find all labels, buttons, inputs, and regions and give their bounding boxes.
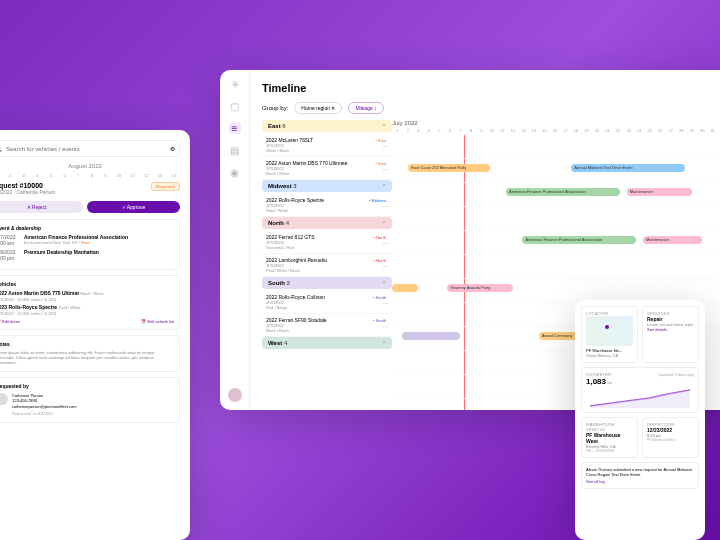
activity-link[interactable]: See all log — [586, 479, 694, 484]
status-badge: Requested — [151, 182, 180, 191]
request-meta: 6/12/2022 · Catherine Parson — [0, 189, 55, 195]
timeline-vehicle-row[interactable]: 2022 Rolls-Royce SpectreJP013502Gold / W… — [262, 194, 392, 217]
chevron-up-icon: ⌃ — [382, 220, 386, 226]
more-icon[interactable]: ⋯ — [383, 300, 388, 306]
gantt-bar[interactable] — [402, 332, 461, 340]
activity-text: Alexis Thomas submitted a new request fo… — [586, 467, 694, 477]
gantt-bar[interactable]: Grammy Awards Party — [447, 284, 512, 292]
request-id: Request #10000 — [0, 182, 55, 189]
search-bar[interactable]: 🔍 ⚙ — [0, 140, 180, 157]
vehicles-card: Vehicles 2022 Aston Martin DBS 770 Ultim… — [0, 275, 180, 330]
odometer-unit: mi — [607, 380, 611, 385]
avatar — [0, 393, 8, 405]
more-icon[interactable]: ⋯ — [383, 143, 388, 149]
chevron-up-icon: ⌃ — [382, 183, 386, 189]
odometer-card[interactable]: ODOMETER Updated 5 days ago 1,083 mi — [581, 367, 699, 413]
toolbar: Group by: Home region ✕ Mileage ↕ — [262, 102, 718, 114]
nav-dashboard-icon[interactable]: ▢ — [229, 100, 241, 112]
groupby-label: Group by: — [262, 105, 288, 111]
gantt-month: July 2022 — [392, 120, 718, 126]
gantt-row — [392, 135, 718, 159]
warehouse-name: PF Warehouse West — [586, 432, 633, 444]
vehicle-row[interactable]: 2023 Rolls-Royce Spectre Gold / WhiteJP0… — [0, 304, 174, 316]
more-icon[interactable]: ⋯ — [383, 323, 388, 329]
main-sidebar: ✳ ▢ ≡ ▤ ◉ — [220, 70, 250, 410]
nav-list-icon[interactable]: ◉ — [229, 166, 241, 178]
vehicle-list-column: East 6⌃2022 McLaren 765LTJP013502White /… — [262, 120, 392, 410]
event-row[interactable]: 7/8/20228:00 pmPremium Dealership Manhat… — [0, 249, 174, 261]
requester-date: Requested on 8/3/2022 — [12, 411, 77, 417]
gantt-bar[interactable]: American Finance Professional Associatio… — [506, 188, 620, 196]
gantt-row — [392, 255, 718, 279]
requester-card: Requested by Catherine Parson 123-456-78… — [0, 377, 180, 423]
odometer-value: 1,083 — [586, 377, 606, 386]
gantt-row: American Finance Professional Associatio… — [392, 231, 718, 255]
timeline-vehicle-row[interactable]: 2022 Lamborghini RevueltoJP013502Pearl W… — [262, 254, 392, 277]
filter-pill[interactable]: Mileage ↕ — [348, 102, 383, 114]
nav-timeline-icon[interactable]: ≡ — [229, 122, 241, 134]
region-header-midwest[interactable]: Midwest 3⌃ — [262, 180, 392, 192]
region-header-west[interactable]: West 4⌃ — [262, 337, 392, 349]
nav-calendar-icon[interactable]: ▤ — [229, 144, 241, 156]
region-header-east[interactable]: East 6⌃ — [262, 120, 392, 132]
reject-button[interactable]: ✕ Reject — [0, 201, 83, 213]
warehouse-card[interactable]: WAREHOUSE VEHICLE PF Warehouse West Beve… — [581, 417, 638, 458]
logo-icon[interactable]: ✳ — [229, 78, 241, 90]
more-icon[interactable]: ⋯ — [383, 166, 388, 172]
month-label: August 2022 — [0, 163, 180, 169]
event-row[interactable]: 7/7/20228:00 amAmerican Finance Professi… — [0, 234, 174, 246]
filter-icon[interactable]: ⚙ — [170, 145, 175, 152]
timeline-vehicle-row[interactable]: 2022 Rolls-Royce CullinanJP013502Red / B… — [262, 291, 392, 314]
timeline-vehicle-row[interactable]: 2022 McLaren 765LTJP013502White / Black•… — [262, 134, 392, 157]
groupby-pill[interactable]: Home region ✕ — [294, 102, 342, 114]
activity-card: Alexis Thomas submitted a new request fo… — [581, 462, 699, 489]
search-icon: 🔍 — [0, 145, 2, 152]
timeline-vehicle-row[interactable]: 2022 Aston Martin DBS 770 UltimateJP0135… — [262, 157, 392, 180]
location-card[interactable]: LOCATION PF Warehouse No... Santa Monica… — [581, 306, 638, 363]
gantt-bar[interactable]: Maintenance — [627, 188, 692, 196]
location-city: Santa Monica, CA — [586, 353, 633, 358]
odometer-updated: Updated 5 days ago — [658, 372, 694, 377]
gantt-row: American Finance Professional Associatio… — [392, 183, 718, 207]
odometer-sparkline — [586, 388, 694, 408]
day-ruler: 1234567891011121314 — [0, 173, 180, 178]
notes-card: Notes Lorem ipsum dolor sit amet, consec… — [0, 335, 180, 372]
gantt-bar[interactable]: Maintenance — [643, 236, 702, 244]
gantt-row: East Coast 250 Memorial RallyAnnual Midw… — [392, 159, 718, 183]
request-detail-panel: 🔍 ⚙ August 2022 1234567891011121314 Requ… — [0, 130, 190, 540]
region-header-north[interactable]: North 4⌃ — [262, 217, 392, 229]
service-link[interactable]: See details — [647, 327, 694, 332]
gantt-bar[interactable] — [392, 284, 418, 292]
events-card: Event & dealership 7/7/20228:00 amAmeric… — [0, 219, 180, 270]
map-thumbnail[interactable] — [586, 316, 633, 346]
requester-header: Requested by — [0, 383, 174, 389]
inspection-card[interactable]: INSPECTION 12/23/2022 8:43 pm PF Warehou… — [642, 417, 699, 458]
gantt-ruler: 1234567891011121314151617181920212223242… — [392, 128, 718, 133]
gantt-bar[interactable]: American Finance Professional Associatio… — [522, 236, 636, 244]
inspection-loc: PF Warehouse West — [647, 438, 694, 442]
user-avatar[interactable] — [228, 388, 242, 402]
gantt-bar[interactable]: Annual Midwest Test Drive Event — [571, 164, 685, 172]
edit-dates-link[interactable]: 📅 Edit dates — [0, 319, 20, 324]
more-icon[interactable]: ⋯ — [383, 203, 388, 209]
warehouse-vin: VIN — 2H160537890 — [586, 449, 633, 453]
search-input[interactable] — [6, 146, 166, 152]
vehicle-row[interactable]: 2022 Aston Martin DBS 770 Ultimat Black … — [0, 290, 174, 302]
mobile-detail-panel: LOCATION PF Warehouse No... Santa Monica… — [575, 300, 705, 540]
timeline-vehicle-row[interactable]: 2022 Ferrari 812 GTSJP013502Gunmetal / R… — [262, 231, 392, 254]
page-title: Timeline — [262, 82, 718, 94]
region-header-south[interactable]: South 2⌃ — [262, 277, 392, 289]
vehicles-header: Vehicles — [0, 281, 174, 287]
approve-button[interactable]: ✓ Approve — [87, 201, 180, 213]
more-icon[interactable]: ⋯ — [383, 263, 388, 269]
notes-text: Lorem ipsum dolor sit amet, consectetur … — [0, 350, 174, 366]
warehouse-label: WAREHOUSE VEHICLE — [586, 422, 633, 432]
requester-email: catherineperson@premiumfleet.com — [12, 404, 77, 410]
chevron-up-icon: ⌃ — [382, 123, 386, 129]
gantt-row — [392, 207, 718, 231]
gantt-bar[interactable]: East Coast 250 Memorial Rally — [408, 164, 490, 172]
edit-vehicles-link[interactable]: 📅 Edit vehicle list — [141, 319, 174, 324]
timeline-vehicle-row[interactable]: 2022 Ferrari SF90 StradaleJP013502Black … — [262, 314, 392, 337]
services-card[interactable]: SERVICES Repair Lorem set and minor wipe… — [642, 306, 699, 363]
more-icon[interactable]: ⋯ — [383, 240, 388, 246]
